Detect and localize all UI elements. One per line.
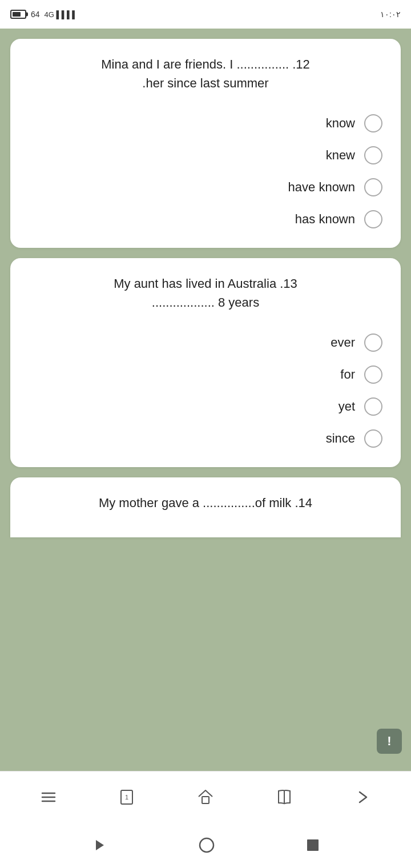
option-has-known[interactable]: has known [24,204,387,234]
option-for-label: for [340,367,355,382]
feedback-button[interactable]: ! [377,729,402,754]
question-12-line1: Mina and I are friends. I ..............… [101,57,310,71]
android-system-bar [0,822,411,868]
android-home-button[interactable] [198,837,215,854]
radio-for[interactable] [364,365,382,384]
radio-have-known[interactable] [364,178,382,196]
android-circle-icon [198,837,215,854]
question-14-text: My mother gave a ...............of milk … [24,493,387,512]
options-list-12: know knew have known has known [24,108,387,234]
menu-button[interactable] [34,783,63,811]
option-since-label: since [326,431,355,446]
question-card-14-partial: My mother gave a ...............of milk … [10,477,401,537]
radio-know[interactable] [364,114,382,132]
radio-knew[interactable] [364,146,382,164]
book-icon [276,789,293,806]
android-back-button[interactable] [306,838,320,852]
option-ever[interactable]: ever [24,328,387,357]
svg-rect-8 [307,839,319,851]
radio-since[interactable] [364,429,382,448]
options-list-13: ever for yet since [24,328,387,453]
radio-yet[interactable] [364,397,382,416]
question-13-text: My aunt has lived in Australia .13 .....… [24,274,387,312]
next-icon [354,789,371,806]
feedback-icon: ! [387,734,391,749]
android-play-icon [91,837,107,853]
home-button[interactable] [191,783,220,811]
home-icon [197,789,214,806]
android-square-icon [306,838,320,852]
battery-level: 64 [31,10,40,19]
main-content: Mina and I are friends. I ..............… [0,29,411,771]
svg-marker-6 [96,840,104,850]
status-bar: 64 4G ▌▌▌▌ ۱۰:۰۲ [0,0,411,29]
clock: ۱۰:۰۲ [380,10,401,19]
book-button[interactable] [270,783,299,811]
next-button[interactable] [348,783,377,811]
option-has-known-label: has known [295,212,355,227]
option-have-known-label: have known [288,180,355,195]
question-card-12: Mina and I are friends. I ..............… [10,39,401,248]
option-know-label: know [326,116,355,131]
page-icon: 1 [118,789,135,806]
radio-has-known[interactable] [364,210,382,228]
option-since[interactable]: since [24,424,387,453]
option-yet[interactable]: yet [24,392,387,421]
option-ever-label: ever [331,335,355,350]
svg-text:1: 1 [125,794,128,801]
battery-icon [10,10,26,19]
android-play-button[interactable] [91,837,107,853]
question-12-line2: .her since last summer [142,76,268,90]
status-left: 64 4G ▌▌▌▌ [10,10,77,19]
menu-icon [40,789,57,806]
question-card-13: My aunt has lived in Australia .13 .....… [10,258,401,467]
page-button[interactable]: 1 [112,783,141,811]
svg-point-7 [200,838,213,852]
svg-rect-5 [202,797,209,803]
question-13-line2: .................. 8 years [152,295,259,310]
question-14-line1: My mother gave a ...............of milk … [99,496,312,510]
option-have-known[interactable]: have known [24,172,387,202]
option-knew-label: knew [326,148,355,163]
question-13-line1: My aunt has lived in Australia .13 [114,276,297,291]
question-12-text: Mina and I are friends. I ..............… [24,55,387,93]
radio-ever[interactable] [364,333,382,352]
option-yet-label: yet [339,399,355,414]
option-knew[interactable]: knew [24,140,387,170]
signal-icon: 4G ▌▌▌▌ [45,10,78,19]
option-for[interactable]: for [24,360,387,389]
option-know[interactable]: know [24,108,387,138]
bottom-nav: 1 [0,771,411,822]
